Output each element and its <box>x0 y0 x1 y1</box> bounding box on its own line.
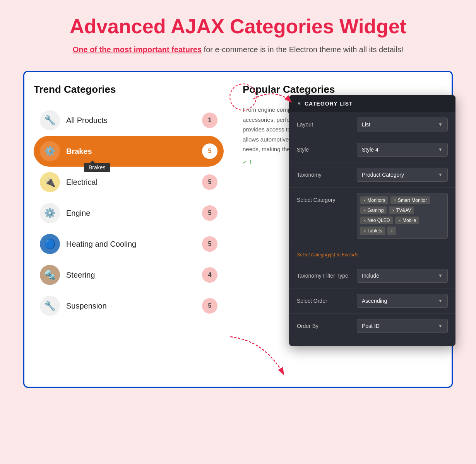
category-item-heating-cooling[interactable]: 🔵Heating and Cooling5 <box>34 229 224 259</box>
main-card: Trend Categories 🔧All Products1⚙️Brakes5… <box>23 71 453 388</box>
dropdown-value-7: Post ID <box>362 323 380 329</box>
category-icon-brakes: ⚙️ <box>40 141 60 161</box>
tag-tv&av[interactable]: × TV&AV <box>389 206 414 214</box>
category-count-steering: 4 <box>202 267 217 283</box>
tag-label: Mobile <box>402 218 416 223</box>
category-icon-engine: ⚙️ <box>40 203 60 223</box>
page-title: Advanced AJAX Categories Widget <box>23 15 453 38</box>
dashed-circle-hint <box>229 84 257 111</box>
tag-label: Neo QLED <box>367 218 390 223</box>
category-count-electrical: 5 <box>202 174 217 190</box>
settings-panel: ▼ CATEGORY LIST Layout List ▼ Style Styl… <box>289 95 455 346</box>
tag-gaming[interactable]: × Gaming <box>360 206 387 214</box>
settings-control-7[interactable]: Post ID ▼ <box>357 319 448 333</box>
tag-remove[interactable]: × <box>363 198 366 203</box>
tag-label: TV&AV <box>396 208 411 213</box>
dropdown-0[interactable]: List ▼ <box>357 118 448 131</box>
tag-smart-monitor[interactable]: × Smart Monitor <box>390 196 430 204</box>
category-item-electrical[interactable]: 🔌Electrical5 <box>34 167 224 198</box>
settings-control-2[interactable]: Product Category ▼ <box>357 168 448 182</box>
category-item-all-products[interactable]: 🔧All Products1 <box>34 105 224 136</box>
tag-remove[interactable]: × <box>363 218 366 223</box>
trend-categories-title: Trend Categories <box>34 84 224 96</box>
dropdown-value-5: Include <box>362 273 379 279</box>
settings-row-6: Select Order Ascending ▼ <box>289 288 455 314</box>
dropdown-arrow-0: ▼ <box>438 122 443 127</box>
dropdown-value-2: Product Category <box>362 172 404 178</box>
category-name-electrical: Electrical <box>66 178 196 187</box>
tag-remove[interactable]: × <box>398 218 401 223</box>
tag-remove[interactable]: × <box>363 208 366 213</box>
category-name-engine: Engine <box>66 209 196 218</box>
dropdown-arrow-1: ▼ <box>438 147 443 152</box>
tag-remove[interactable]: × <box>394 198 396 203</box>
settings-row-5: Taxonomy Filter Type Include ▼ <box>289 263 455 288</box>
category-count-engine: 5 <box>202 205 217 221</box>
settings-row-1: Style Style 4 ▼ <box>289 137 455 162</box>
settings-control-5[interactable]: Include ▼ <box>357 269 448 283</box>
dropdown-7[interactable]: Post ID ▼ <box>357 319 448 333</box>
tag-remove[interactable]: × <box>363 229 366 233</box>
dropdown-arrow-6: ▼ <box>438 298 443 304</box>
category-item-engine[interactable]: ⚙️Engine5 <box>34 198 224 229</box>
dropdown-2[interactable]: Product Category ▼ <box>357 168 448 182</box>
tag-remove[interactable]: × <box>392 208 394 213</box>
subtitle-highlight: One of the most important features <box>73 45 202 54</box>
tag-tablets[interactable]: × Tablets <box>360 227 385 235</box>
settings-control-1[interactable]: Style 4 ▼ <box>357 143 448 157</box>
settings-label-1: Style <box>297 143 357 153</box>
settings-header: ▼ CATEGORY LIST <box>289 95 455 112</box>
category-count-all-products: 1 <box>202 113 217 128</box>
tag-label: Monitors <box>367 198 385 203</box>
settings-label-0: Layout <box>297 118 357 128</box>
settings-control-6[interactable]: Ascending ▼ <box>357 294 448 308</box>
category-count-heating-cooling: 5 <box>202 236 217 252</box>
tag-label: Smart Monitor <box>398 198 427 203</box>
category-name-heating-cooling: Heating and Cooling <box>66 240 196 249</box>
chevron-icon: ▼ <box>297 101 301 106</box>
category-icon-suspension: 🔧 <box>40 296 60 316</box>
tag-mobile[interactable]: × Mobile <box>395 217 419 224</box>
category-name-brakes: Brakes <box>66 147 196 156</box>
dropdown-5[interactable]: Include ▼ <box>357 269 448 283</box>
category-item-suspension[interactable]: 🔧Suspension5 <box>34 290 224 321</box>
tags-container: × Monitors× Smart Monitor× Gaming× TV&AV… <box>357 193 448 239</box>
settings-row-2: Taxonomy Product Category ▼ <box>289 162 455 188</box>
settings-row-7: Order By Post ID ▼ <box>289 314 455 338</box>
dropdown-6[interactable]: Ascending ▼ <box>357 294 448 308</box>
settings-row-exclude: Select Category(s) to Exclude <box>289 244 455 263</box>
checkmark-text: I <box>250 159 251 165</box>
settings-label-7: Order By <box>297 319 357 329</box>
category-name-steering: Steering <box>66 271 196 280</box>
tag-label: Gaming <box>367 208 384 213</box>
category-item-steering[interactable]: 🔩Steering4 <box>34 259 224 290</box>
subtitle: One of the most important features for e… <box>23 44 453 55</box>
settings-label-3: Select Category <box>297 193 357 203</box>
tooltip-badge-brakes: Brakes <box>84 163 110 172</box>
settings-rows-container: Layout List ▼ Style Style 4 ▼ Taxonomy P… <box>289 112 455 338</box>
add-tag-button[interactable]: + <box>387 227 396 235</box>
settings-control-0[interactable]: List ▼ <box>357 118 448 131</box>
dropdown-value-1: Style 4 <box>362 147 378 153</box>
category-name-all-products: All Products <box>66 116 196 125</box>
settings-control-3: × Monitors× Smart Monitor× Gaming× TV&AV… <box>357 193 448 239</box>
settings-label-2: Taxonomy <box>297 168 357 178</box>
popular-categories-title: Popular Categories <box>243 84 442 96</box>
category-name-suspension: Suspension <box>66 302 196 310</box>
dropdown-arrow-2: ▼ <box>438 172 443 177</box>
category-item-brakes[interactable]: ⚙️Brakes5Brakes <box>34 136 224 167</box>
header-section: Advanced AJAX Categories Widget One of t… <box>23 15 453 55</box>
exclude-label: Select Category(s) to Exclude <box>297 252 358 258</box>
settings-label-6: Select Order <box>297 294 357 304</box>
settings-header-title: CATEGORY LIST <box>305 101 353 107</box>
tag-neo-qled[interactable]: × Neo QLED <box>360 217 393 224</box>
dropdown-arrow-7: ▼ <box>438 323 443 329</box>
category-icon-steering: 🔩 <box>40 265 60 285</box>
dropdown-1[interactable]: Style 4 ▼ <box>357 143 448 157</box>
tag-monitors[interactable]: × Monitors <box>360 196 388 204</box>
category-icon-all-products: 🔧 <box>40 110 60 130</box>
dropdown-value-0: List <box>362 121 370 128</box>
dropdown-value-6: Ascending <box>362 298 387 304</box>
subtitle-rest: for e-commerce is in the Electron theme … <box>204 45 404 54</box>
page-container: Advanced AJAX Categories Widget One of t… <box>0 0 476 464</box>
